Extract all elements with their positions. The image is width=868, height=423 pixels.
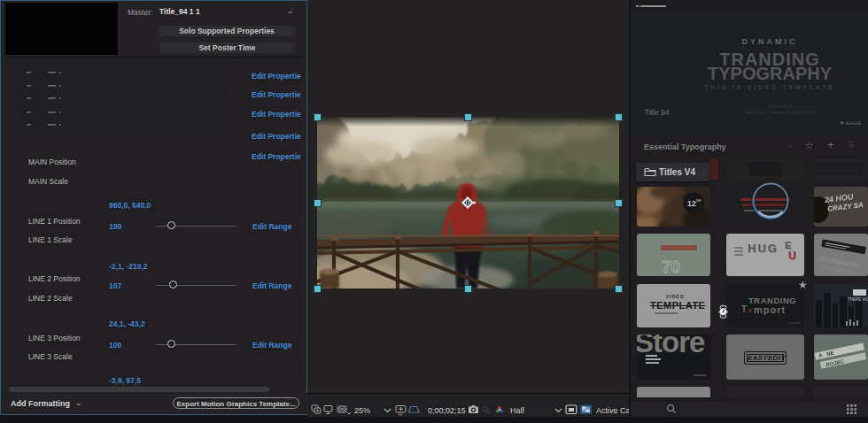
svg-text:12: 12: [687, 199, 696, 208]
svg-text:THERE WO: THERE WO: [848, 297, 868, 302]
svg-text:ROJBC: ROJBC: [825, 358, 845, 367]
svg-text:25%: 25%: [354, 406, 370, 415]
svg-text:0;00;02;15: 0;00;02;15: [428, 406, 466, 415]
svg-text:NE: NE: [696, 198, 701, 203]
svg-text:Active Car: Active Car: [596, 406, 629, 415]
svg-text:Half: Half: [510, 406, 525, 415]
